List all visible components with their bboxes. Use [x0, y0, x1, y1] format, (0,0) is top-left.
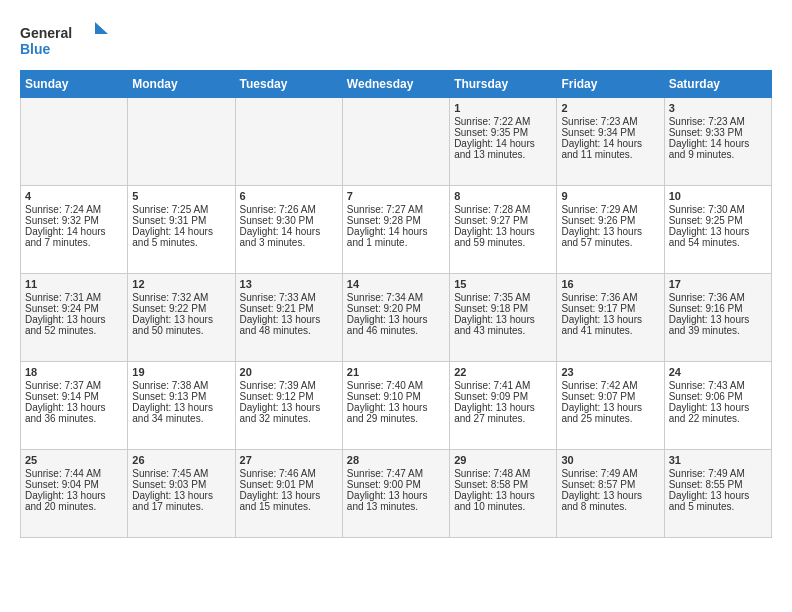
cell-detail: Daylight: 13 hours — [454, 402, 552, 413]
calendar-cell: 17Sunrise: 7:36 AMSunset: 9:16 PMDayligh… — [664, 274, 771, 362]
cell-detail: Sunrise: 7:45 AM — [132, 468, 230, 479]
cell-detail: and 25 minutes. — [561, 413, 659, 424]
cell-detail: Sunrise: 7:25 AM — [132, 204, 230, 215]
cell-detail: Sunset: 9:24 PM — [25, 303, 123, 314]
calendar-cell: 4Sunrise: 7:24 AMSunset: 9:32 PMDaylight… — [21, 186, 128, 274]
cell-detail: Sunset: 9:30 PM — [240, 215, 338, 226]
cell-detail: Sunrise: 7:36 AM — [561, 292, 659, 303]
cell-detail: and 10 minutes. — [454, 501, 552, 512]
day-number: 21 — [347, 366, 445, 378]
day-header-sunday: Sunday — [21, 71, 128, 98]
cell-detail: Sunrise: 7:48 AM — [454, 468, 552, 479]
calendar-cell: 20Sunrise: 7:39 AMSunset: 9:12 PMDayligh… — [235, 362, 342, 450]
cell-detail: Sunset: 9:25 PM — [669, 215, 767, 226]
cell-detail: Daylight: 13 hours — [454, 314, 552, 325]
day-number: 6 — [240, 190, 338, 202]
cell-detail: Sunset: 9:07 PM — [561, 391, 659, 402]
cell-detail: Sunrise: 7:49 AM — [561, 468, 659, 479]
cell-detail: Sunset: 9:33 PM — [669, 127, 767, 138]
calendar-cell: 3Sunrise: 7:23 AMSunset: 9:33 PMDaylight… — [664, 98, 771, 186]
cell-detail: Daylight: 13 hours — [240, 490, 338, 501]
cell-detail: and 9 minutes. — [669, 149, 767, 160]
calendar-cell: 11Sunrise: 7:31 AMSunset: 9:24 PMDayligh… — [21, 274, 128, 362]
cell-detail: Daylight: 13 hours — [132, 402, 230, 413]
day-number: 27 — [240, 454, 338, 466]
day-number: 9 — [561, 190, 659, 202]
cell-detail: Sunset: 9:00 PM — [347, 479, 445, 490]
cell-detail: and 15 minutes. — [240, 501, 338, 512]
day-number: 2 — [561, 102, 659, 114]
cell-detail: Sunset: 9:35 PM — [454, 127, 552, 138]
calendar-cell — [235, 98, 342, 186]
cell-detail: Sunrise: 7:44 AM — [25, 468, 123, 479]
calendar-cell: 27Sunrise: 7:46 AMSunset: 9:01 PMDayligh… — [235, 450, 342, 538]
calendar-cell: 12Sunrise: 7:32 AMSunset: 9:22 PMDayligh… — [128, 274, 235, 362]
day-header-friday: Friday — [557, 71, 664, 98]
cell-detail: Sunrise: 7:42 AM — [561, 380, 659, 391]
cell-detail: Sunrise: 7:41 AM — [454, 380, 552, 391]
cell-detail: Sunrise: 7:27 AM — [347, 204, 445, 215]
cell-detail: Sunrise: 7:29 AM — [561, 204, 659, 215]
cell-detail: Sunset: 9:26 PM — [561, 215, 659, 226]
cell-detail: Sunrise: 7:30 AM — [669, 204, 767, 215]
calendar-cell: 29Sunrise: 7:48 AMSunset: 8:58 PMDayligh… — [450, 450, 557, 538]
calendar-week-row: 1Sunrise: 7:22 AMSunset: 9:35 PMDaylight… — [21, 98, 772, 186]
logo: General Blue — [20, 20, 110, 60]
cell-detail: and 41 minutes. — [561, 325, 659, 336]
cell-detail: Sunset: 9:09 PM — [454, 391, 552, 402]
calendar-table: SundayMondayTuesdayWednesdayThursdayFrid… — [20, 70, 772, 538]
day-number: 4 — [25, 190, 123, 202]
day-number: 19 — [132, 366, 230, 378]
cell-detail: Sunset: 9:18 PM — [454, 303, 552, 314]
cell-detail: Sunset: 9:17 PM — [561, 303, 659, 314]
cell-detail: and 54 minutes. — [669, 237, 767, 248]
cell-detail: Sunrise: 7:40 AM — [347, 380, 445, 391]
day-number: 18 — [25, 366, 123, 378]
cell-detail: Daylight: 13 hours — [240, 402, 338, 413]
cell-detail: Sunrise: 7:22 AM — [454, 116, 552, 127]
calendar-cell: 26Sunrise: 7:45 AMSunset: 9:03 PMDayligh… — [128, 450, 235, 538]
day-number: 13 — [240, 278, 338, 290]
cell-detail: and 20 minutes. — [25, 501, 123, 512]
cell-detail: Daylight: 13 hours — [561, 314, 659, 325]
calendar-cell: 25Sunrise: 7:44 AMSunset: 9:04 PMDayligh… — [21, 450, 128, 538]
day-number: 20 — [240, 366, 338, 378]
cell-detail: Daylight: 14 hours — [454, 138, 552, 149]
cell-detail: Daylight: 13 hours — [669, 226, 767, 237]
day-header-saturday: Saturday — [664, 71, 771, 98]
cell-detail: and 50 minutes. — [132, 325, 230, 336]
day-header-wednesday: Wednesday — [342, 71, 449, 98]
cell-detail: and 5 minutes. — [669, 501, 767, 512]
cell-detail: Sunrise: 7:49 AM — [669, 468, 767, 479]
day-number: 24 — [669, 366, 767, 378]
cell-detail: and 32 minutes. — [240, 413, 338, 424]
svg-text:Blue: Blue — [20, 41, 51, 57]
day-number: 7 — [347, 190, 445, 202]
cell-detail: Sunrise: 7:36 AM — [669, 292, 767, 303]
calendar-cell: 15Sunrise: 7:35 AMSunset: 9:18 PMDayligh… — [450, 274, 557, 362]
calendar-cell: 14Sunrise: 7:34 AMSunset: 9:20 PMDayligh… — [342, 274, 449, 362]
calendar-cell: 10Sunrise: 7:30 AMSunset: 9:25 PMDayligh… — [664, 186, 771, 274]
cell-detail: Sunset: 9:22 PM — [132, 303, 230, 314]
cell-detail: and 59 minutes. — [454, 237, 552, 248]
day-number: 14 — [347, 278, 445, 290]
cell-detail: Daylight: 14 hours — [132, 226, 230, 237]
cell-detail: Daylight: 13 hours — [347, 314, 445, 325]
cell-detail: Sunset: 9:31 PM — [132, 215, 230, 226]
day-number: 31 — [669, 454, 767, 466]
day-header-monday: Monday — [128, 71, 235, 98]
days-header-row: SundayMondayTuesdayWednesdayThursdayFrid… — [21, 71, 772, 98]
day-number: 23 — [561, 366, 659, 378]
day-number: 28 — [347, 454, 445, 466]
cell-detail: and 52 minutes. — [25, 325, 123, 336]
calendar-cell: 19Sunrise: 7:38 AMSunset: 9:13 PMDayligh… — [128, 362, 235, 450]
day-number: 8 — [454, 190, 552, 202]
cell-detail: Sunset: 9:27 PM — [454, 215, 552, 226]
cell-detail: Sunrise: 7:37 AM — [25, 380, 123, 391]
cell-detail: and 22 minutes. — [669, 413, 767, 424]
day-number: 22 — [454, 366, 552, 378]
cell-detail: Sunrise: 7:31 AM — [25, 292, 123, 303]
calendar-week-row: 11Sunrise: 7:31 AMSunset: 9:24 PMDayligh… — [21, 274, 772, 362]
cell-detail: Daylight: 13 hours — [132, 490, 230, 501]
cell-detail: Sunset: 8:55 PM — [669, 479, 767, 490]
